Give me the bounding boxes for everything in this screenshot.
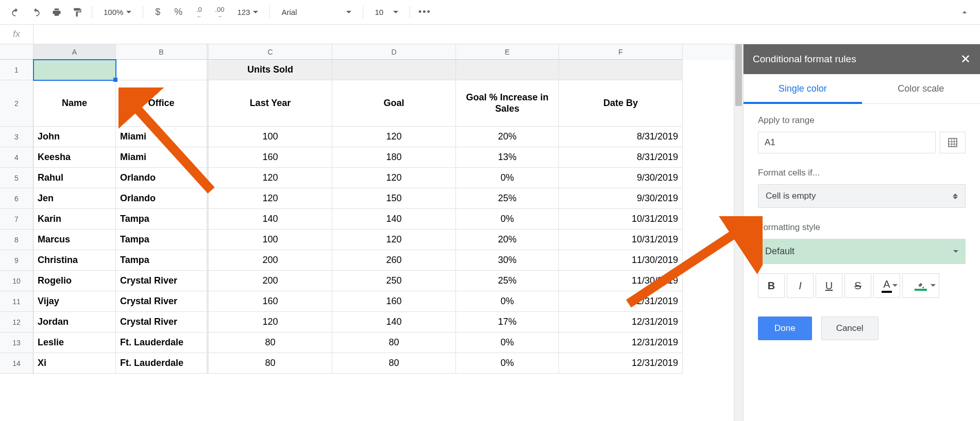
tab-single-color[interactable]: Single color [744,74,862,103]
cell[interactable]: 100 [209,127,332,147]
cell[interactable]: 0% [456,332,559,353]
cell[interactable]: Units Sold [209,60,332,80]
cell[interactable]: Orlando [116,168,209,188]
cell[interactable]: 11/30/2019 [559,271,683,291]
col-header-e[interactable]: E [456,44,559,60]
row-header[interactable]: 2 [0,80,33,127]
cell[interactable]: Jen [33,188,116,209]
number-format-dropdown[interactable]: 123 [231,3,264,22]
cell[interactable]: 12/31/2019 [559,291,683,312]
tab-color-scale[interactable]: Color scale [862,74,981,103]
cell[interactable]: Vijay [33,291,116,312]
cell[interactable] [33,60,116,80]
cell[interactable]: Tampa [116,250,209,271]
formatting-style-select[interactable]: Default [758,239,966,264]
cell[interactable]: Ft. Lauderdale [116,332,209,353]
cell[interactable]: Marcus [33,230,116,250]
cell[interactable]: Rogelio [33,271,116,291]
cell[interactable]: 120 [332,127,456,147]
row-header[interactable]: 4 [0,147,33,168]
cell[interactable]: 8/31/2019 [559,147,683,168]
cell[interactable] [456,60,559,80]
vertical-scrollbar[interactable] [734,44,743,421]
cell[interactable]: 260 [332,250,456,271]
increase-decimal-button[interactable]: .00→ [210,3,229,22]
cell[interactable]: Goal % Increase in Sales [456,80,559,127]
cell[interactable]: 30% [456,250,559,271]
cell[interactable]: 80 [209,353,332,374]
cell[interactable]: 120 [209,312,332,332]
cell[interactable]: 0% [456,291,559,312]
cell[interactable]: 25% [456,188,559,209]
cell[interactable]: Date By [559,80,683,127]
cell[interactable]: Last Year [209,80,332,127]
more-tools-button[interactable]: ••• [415,3,434,22]
col-header-c[interactable]: C [209,44,332,60]
col-header-f[interactable]: F [559,44,683,60]
cell[interactable]: 120 [332,168,456,188]
cell[interactable]: 140 [332,312,456,332]
cell[interactable]: 20% [456,230,559,250]
text-color-button[interactable]: A [873,273,900,298]
bold-button[interactable]: B [758,273,785,298]
fill-color-button[interactable] [902,273,939,298]
print-button[interactable] [47,3,66,22]
format-currency-button[interactable]: $ [148,3,167,22]
cell[interactable]: Karin [33,209,116,230]
cell[interactable] [559,60,683,80]
zoom-dropdown[interactable]: 100% [97,3,138,22]
cell[interactable]: Miami [116,147,209,168]
cell[interactable]: 120 [332,230,456,250]
strikethrough-button[interactable]: S [844,273,871,298]
cell[interactable]: 140 [332,209,456,230]
cell[interactable]: Rahul [33,168,116,188]
cell[interactable]: Ft. Lauderdale [116,353,209,374]
cell[interactable] [116,60,209,80]
cell[interactable]: 12/31/2019 [559,353,683,374]
cell[interactable]: 80 [209,332,332,353]
cell[interactable]: 200 [209,250,332,271]
cell[interactable]: Crystal River [116,271,209,291]
cell[interactable]: Crystal River [116,312,209,332]
cell[interactable]: 20% [456,127,559,147]
italic-button[interactable]: I [787,273,814,298]
cell[interactable] [332,60,456,80]
cell[interactable]: Jordan [33,312,116,332]
cell[interactable]: 10/31/2019 [559,209,683,230]
cell[interactable]: 17% [456,312,559,332]
range-input[interactable] [758,132,936,153]
formula-input[interactable] [33,25,980,44]
col-header-d[interactable]: D [332,44,456,60]
cell[interactable]: 0% [456,209,559,230]
cell[interactable]: 0% [456,353,559,374]
row-header[interactable]: 6 [0,188,33,209]
select-all-corner[interactable] [0,44,33,60]
cell[interactable]: 12/31/2019 [559,332,683,353]
cell[interactable]: 9/30/2019 [559,188,683,209]
cell[interactable]: 160 [332,291,456,312]
cell[interactable]: Christina [33,250,116,271]
cell[interactable]: 10/31/2019 [559,230,683,250]
spreadsheet-grid[interactable]: A B C D E F 1234567891011121314 Units So… [0,44,734,421]
cell[interactable]: Name [33,80,116,127]
cell[interactable]: Leslie [33,332,116,353]
undo-button[interactable] [6,3,25,22]
underline-button[interactable]: U [816,273,842,298]
format-percent-button[interactable]: % [169,3,188,22]
cell[interactable]: Orlando [116,188,209,209]
done-button[interactable]: Done [758,317,812,340]
cell[interactable]: 100 [209,230,332,250]
select-range-button[interactable] [940,132,966,153]
cell[interactable]: Keesha [33,147,116,168]
font-family-dropdown[interactable]: Arial [275,3,358,22]
close-icon[interactable]: ✕ [960,52,971,66]
cell[interactable]: 9/30/2019 [559,168,683,188]
col-header-b[interactable]: B [116,44,209,60]
cell[interactable]: 120 [209,188,332,209]
cell[interactable]: 200 [209,271,332,291]
cell[interactable]: 250 [332,271,456,291]
redo-button[interactable] [27,3,45,22]
cell[interactable]: John [33,127,116,147]
row-header[interactable]: 12 [0,312,33,332]
cell[interactable]: 11/30/2019 [559,250,683,271]
